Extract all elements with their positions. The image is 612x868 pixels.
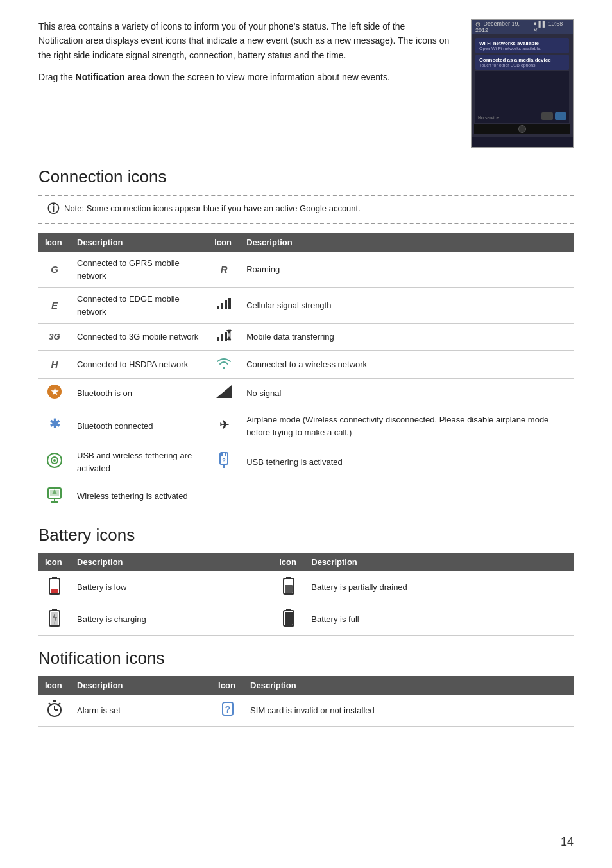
icon-bluetooth-on: ★ — [38, 379, 71, 408]
note-icon: ⓘ — [47, 201, 59, 216]
battery-col-desc2: Description — [305, 553, 574, 571]
intro-paragraph1: This area contains a variety of icons to… — [38, 19, 452, 62]
desc-empty — [240, 480, 574, 512]
notification-table: Icon Description Icon Description Alarm … — [38, 676, 574, 727]
col-icon2: Icon — [208, 233, 240, 252]
icon-battery-full — [273, 603, 305, 636]
phone-notif2: Connected as a media device Touch for ot… — [475, 55, 569, 70]
desc-battery-charging: Battery is charging — [71, 603, 273, 636]
desc-wireless-tether: Wireless tethering is activated — [71, 480, 208, 512]
connection-table-body: G Connected to GPRS mobile network R Roa… — [38, 252, 574, 512]
battery-col-icon1: Icon — [38, 553, 71, 571]
notif-col-icon2: Icon — [212, 676, 244, 695]
desc-sim-invalid: SIM card is invalid or not installed — [244, 695, 574, 727]
desc-bluetooth-on: Bluetooth is on — [71, 379, 208, 408]
desc-wireless: Connected to a wireless network — [240, 351, 574, 379]
desc-roaming: Roaming — [240, 252, 574, 288]
notif-col-icon1: Icon — [38, 676, 71, 695]
icon-alarm — [38, 695, 71, 727]
battery-full-icon — [283, 609, 294, 627]
desc-airplane: Airplane mode (Wireless connectivity dis… — [240, 408, 574, 444]
sim-invalid-icon: ? — [219, 700, 237, 718]
desc-gprs: Connected to GPRS mobile network — [71, 252, 208, 288]
icon-battery-charging — [38, 603, 71, 636]
desc-3g: Connected to 3G mobile network — [71, 324, 208, 351]
svg-point-21 — [53, 459, 56, 462]
battery-table-body: Battery is low Battery is partially drai… — [38, 571, 574, 636]
table-row: G Connected to GPRS mobile network R Roa… — [38, 252, 574, 288]
battery-table-header-row: Icon Description Icon Description — [38, 553, 574, 571]
signal-bars-icon — [216, 297, 232, 310]
svg-point-13 — [223, 367, 225, 369]
phone-no-service: No service. — [478, 116, 500, 120]
col-desc1: Description — [71, 233, 208, 252]
intro-paragraph2: Drag the Notification area down the scre… — [38, 70, 452, 84]
desc-usb-wireless: USB and wireless tethering are activated — [71, 444, 208, 480]
svg-rect-34 — [51, 589, 58, 593]
connection-table: Icon Description Icon Description G Conn… — [38, 233, 574, 512]
usb-tether-icon: ? — [215, 451, 233, 469]
table-row: Battery is charging Battery is full — [38, 603, 574, 636]
table-row: 3G Connected to 3G mobile network Mobile… — [38, 324, 574, 351]
phone-screenshot: December 19, 2012 ● ▌▌ 10:58 ✕ Wi-Fi net… — [471, 19, 574, 148]
icon-sim-invalid: ? — [212, 695, 244, 727]
table-row: Battery is low Battery is partially drai… — [38, 571, 574, 603]
table-row: H Connected to HSDPA network Connected t… — [38, 351, 574, 379]
desc-battery-low: Battery is low — [71, 571, 273, 603]
svg-rect-5 — [225, 300, 227, 309]
intro-section: This area contains a variety of icons to… — [38, 19, 574, 148]
intro-text: This area contains a variety of icons to… — [38, 19, 452, 148]
svg-text:✱: ✱ — [49, 417, 60, 431]
battery-charging-icon — [49, 609, 60, 627]
notification-table-body: Alarm is set ? SIM card is invalid or no… — [38, 695, 574, 727]
phone-body: Wi-Fi networks available Open Wi-Fi netw… — [472, 34, 573, 137]
data-transfer-icon — [216, 329, 232, 342]
svg-line-48 — [49, 703, 51, 705]
icon-wireless-tether — [38, 480, 71, 512]
airplane-icon: ✈ — [216, 417, 232, 432]
no-signal-icon — [216, 385, 232, 398]
icon-r: R — [208, 252, 240, 288]
svg-text:✈: ✈ — [219, 419, 229, 431]
wireless-tether-icon — [46, 485, 64, 503]
bluetooth-on-icon: ★ — [47, 384, 62, 399]
notification-table-header-row: Icon Description Icon Description — [38, 676, 574, 695]
icon-signal-bars — [208, 288, 240, 324]
desc-edge: Connected to EDGE mobile network — [71, 288, 208, 324]
svg-marker-16 — [216, 385, 232, 398]
icon-wifi — [208, 351, 240, 379]
table-row: ★ Bluetooth is on No signal — [38, 379, 574, 408]
intro-p2-bold: Notification area — [76, 72, 146, 82]
battery-low-icon — [49, 577, 60, 595]
desc-bluetooth-connected: Bluetooth connected — [71, 408, 208, 444]
svg-rect-44 — [285, 612, 293, 625]
svg-text:★: ★ — [51, 386, 59, 397]
icon-3g: 3G — [38, 324, 71, 351]
icon-usb-tether: ? — [208, 444, 240, 480]
svg-rect-37 — [285, 585, 293, 593]
desc-alarm: Alarm is set — [71, 695, 212, 727]
icon-no-signal — [208, 379, 240, 408]
usb-wireless-icon — [45, 451, 64, 469]
connection-section-title: Connection icons — [38, 167, 574, 187]
desc-battery-partial: Battery is partially drained — [305, 571, 574, 603]
table-row: Wireless tethering is activated — [38, 480, 574, 512]
svg-rect-7 — [217, 337, 219, 341]
svg-rect-8 — [221, 334, 223, 341]
wifi-icon — [215, 356, 233, 370]
page-number: 14 — [561, 835, 574, 849]
icon-battery-low — [38, 571, 71, 603]
notification-section-title: Notification icons — [38, 648, 574, 668]
table-row: USB and wireless tethering are activated… — [38, 444, 574, 480]
icon-airplane: ✈ — [208, 408, 240, 444]
icon-data-transfer — [208, 324, 240, 351]
icon-g: G — [38, 252, 71, 288]
svg-rect-3 — [217, 306, 219, 309]
desc-cellular-signal: Cellular signal strength — [240, 288, 574, 324]
notif-col-desc2: Description — [244, 676, 574, 695]
alarm-icon — [46, 700, 64, 718]
icon-h: H — [38, 351, 71, 379]
svg-rect-4 — [221, 303, 223, 309]
icon-usb-wireless — [38, 444, 71, 480]
note-box: ⓘ Note: Some connection icons appear blu… — [38, 195, 574, 224]
